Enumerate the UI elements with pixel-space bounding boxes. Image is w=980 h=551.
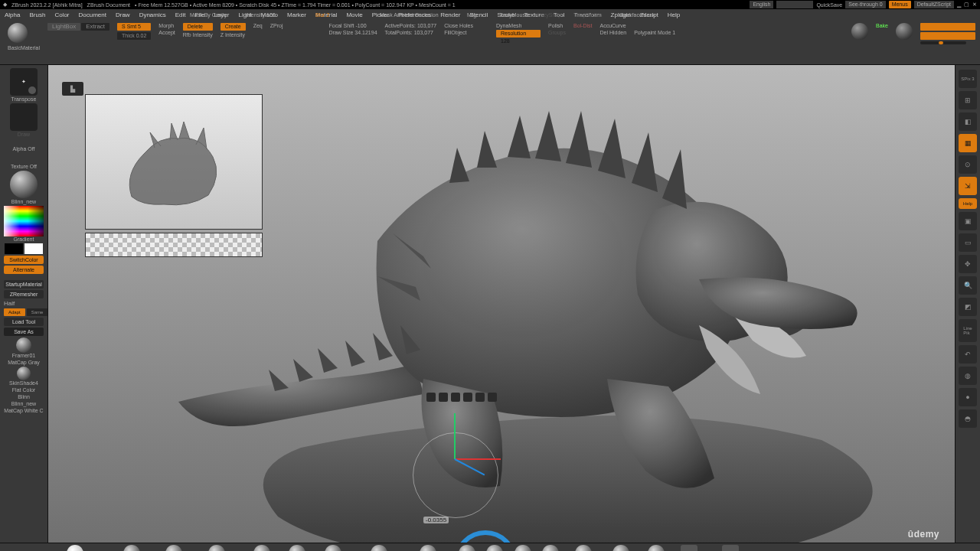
pf-button[interactable]: ●	[959, 388, 977, 406]
closeholes-button[interactable]: Close Holes	[444, 23, 473, 28]
xyz-button[interactable]: ⇲	[959, 177, 977, 195]
backface-toggle[interactable]: BackfaceMask	[620, 12, 655, 18]
snapshot-button[interactable]: ◩	[959, 298, 977, 316]
focalshift-field[interactable]: Focal Shift -100	[329, 23, 377, 28]
bake-button[interactable]: Bake	[876, 23, 888, 28]
menu-item[interactable]: Dynamics	[138, 11, 168, 18]
matcapwhite-label[interactable]: MatCap White C	[4, 408, 43, 413]
lazyradius-toggle[interactable]: LazyRadius	[574, 12, 603, 18]
brush-thumb[interactable]	[681, 545, 697, 551]
flatcolor-label[interactable]: Flat Color	[12, 387, 35, 393]
local-button[interactable]: ⊙	[959, 155, 977, 174]
create-button[interactable]: Create	[220, 23, 246, 31]
persp-button[interactable]: ▭	[959, 233, 977, 252]
startupmaterial-button[interactable]: StartupMaterial	[4, 280, 44, 289]
undo-button[interactable]: ↶	[959, 345, 977, 364]
brush-thumb[interactable]	[459, 545, 475, 551]
window-close-icon[interactable]: ✕	[972, 2, 977, 8]
mrg-button[interactable]: Mrg	[467, 12, 476, 18]
render-option-a[interactable]	[920, 23, 975, 31]
blinn-new-label[interactable]: Blinn_new	[11, 401, 36, 406]
resolution-field[interactable]: Resolution 128	[496, 30, 541, 37]
solo-button[interactable]: ◓	[959, 409, 977, 428]
spix-button[interactable]: SPix 3	[959, 70, 977, 88]
brush-thumb[interactable]	[123, 545, 140, 551]
material-preview-sphere[interactable]	[896, 23, 913, 40]
saveas-button[interactable]: Save As	[4, 328, 44, 336]
brush-thumb[interactable]	[648, 545, 665, 551]
half-button[interactable]: Half	[4, 300, 15, 307]
draw-mode-icon[interactable]	[10, 103, 38, 131]
matcap-sphere[interactable]	[16, 337, 31, 353]
zeq-label[interactable]: Zeq	[253, 23, 263, 28]
accucurve-toggle[interactable]: AccuCurve	[600, 23, 627, 28]
help-search[interactable]	[776, 1, 813, 8]
delete-button[interactable]: Delete	[183, 23, 213, 31]
menu-item[interactable]: Draw	[114, 11, 132, 18]
window-min-icon[interactable]: ▁	[957, 2, 961, 8]
brush-thumb[interactable]	[253, 545, 270, 551]
window-max-icon[interactable]: ▢	[964, 2, 969, 8]
polypaint-toggle[interactable]: Polypaint Mode 1	[634, 30, 675, 35]
blur-field[interactable]: Blur 2	[315, 12, 329, 18]
color-picker[interactable]	[4, 206, 44, 236]
alpha-off-button[interactable]: Alpha Off	[12, 146, 34, 152]
menu-item[interactable]: Movie	[345, 11, 364, 18]
fillobject-button[interactable]: FillObject	[444, 30, 473, 35]
switchcolor-button[interactable]: SwitchColor	[4, 256, 44, 264]
render-option-b[interactable]	[920, 32, 975, 40]
render-preview-sphere[interactable]	[851, 23, 868, 40]
drawsize-field[interactable]: Draw Size 34.12194	[329, 30, 377, 35]
matcapgray-label[interactable]: MatCap Gray	[8, 360, 40, 365]
menu-item[interactable]: Document	[77, 11, 108, 18]
ssmt-field[interactable]: S Smt 5	[117, 23, 151, 31]
seethrough-slider[interactable]: See-through 0	[845, 1, 885, 8]
brush-thumb[interactable]	[486, 545, 503, 551]
aahalf-button[interactable]: ◧	[959, 112, 977, 131]
accept-label[interactable]: Accept	[158, 30, 175, 35]
same-button[interactable]: Same	[27, 308, 48, 316]
subtool-thumb[interactable]: ▙	[62, 82, 83, 96]
brush-thumb[interactable]	[575, 545, 592, 551]
reference-image-2[interactable]	[85, 233, 263, 257]
reference-image-1[interactable]	[85, 94, 263, 230]
adapt-button[interactable]: Adapt	[4, 308, 25, 316]
menu-item[interactable]: Color	[53, 11, 70, 18]
zremesher-button[interactable]: ZRemesher	[4, 290, 44, 298]
viewport[interactable]: ▙	[48, 65, 955, 543]
color-swatches[interactable]	[5, 243, 43, 254]
brush-thumb[interactable]	[325, 545, 341, 551]
menu-item[interactable]: Marker	[286, 11, 308, 18]
brush-thumb[interactable]	[165, 545, 182, 551]
alternate-button[interactable]: Alternate	[4, 266, 44, 274]
menu-item[interactable]: Edit	[174, 11, 188, 18]
extract-button[interactable]: Extract	[81, 23, 109, 31]
menu-item[interactable]: Brush	[28, 11, 47, 18]
help-pin[interactable]: Help	[959, 198, 977, 209]
dynamesh-button[interactable]: DynaMesh	[496, 23, 541, 28]
menu-item[interactable]: Alpha	[3, 11, 21, 18]
loadtool-button[interactable]: Load Tool	[4, 318, 44, 326]
zproj-label[interactable]: ZProj	[270, 23, 283, 28]
boldist-toggle[interactable]: Bol-Dist	[573, 23, 593, 28]
brush-thumb[interactable]	[289, 545, 305, 551]
lightbox-button[interactable]: LightBox	[47, 23, 80, 31]
polish-toggle[interactable]: Polish	[548, 23, 566, 28]
defaultzscript-button[interactable]: DefaultZScript	[914, 1, 954, 8]
active-material-sphere[interactable]	[8, 23, 28, 43]
brush-thumb[interactable]	[420, 545, 436, 551]
zoom-button[interactable]: 🔍	[959, 276, 977, 295]
maskcavity-button[interactable]: Mask By Cavity	[190, 12, 227, 18]
brush-thumb[interactable]	[542, 545, 559, 551]
brush-thumb[interactable]	[208, 545, 225, 551]
mao-button[interactable]: Mask Ambient Occlusion	[380, 12, 439, 18]
floor-button[interactable]: ▦	[959, 134, 977, 152]
blinn-label[interactable]: Blinn	[18, 394, 30, 399]
brush-thumb[interactable]	[371, 545, 387, 551]
brush-thumb[interactable]	[722, 545, 739, 551]
skinshade-sphere[interactable]	[17, 367, 31, 380]
lazymouse-toggle[interactable]: LazyMouse	[501, 12, 528, 18]
lazysnap-toggle[interactable]: LazySnap	[537, 12, 561, 18]
frame-button[interactable]: ▣	[959, 212, 977, 230]
quicksave-button[interactable]: QuickSave	[816, 2, 842, 8]
